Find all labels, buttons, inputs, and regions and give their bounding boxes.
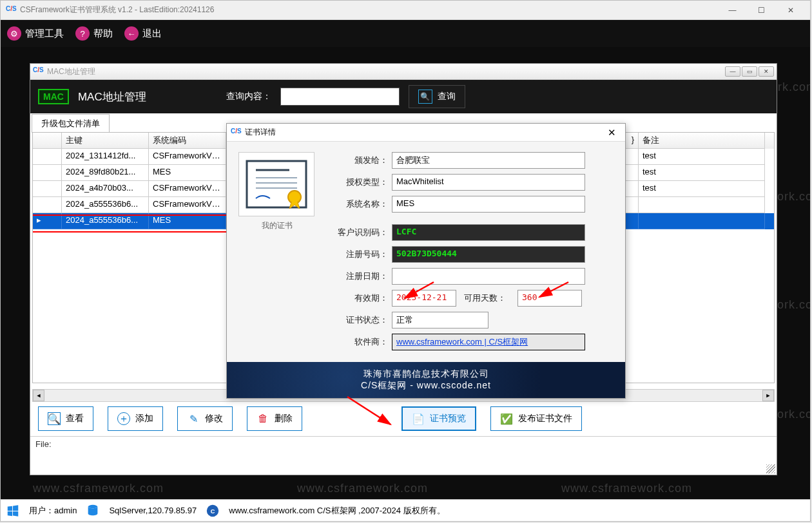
menu-exit[interactable]: ← 退出 — [124, 26, 162, 41]
col-header-key[interactable]: 主键 — [62, 133, 149, 149]
window-title: CSFramework证书管理系统 v1.2 - LastEdition:202… — [20, 5, 214, 15]
dialog-titlebar[interactable]: C/S 证书详情 ✕ — [227, 124, 625, 142]
child-toolbar: MAC MAC地址管理 查询内容： 🔍 查询 — [30, 80, 777, 113]
lbl-status: 证书状态： — [329, 314, 388, 326]
view-icon: 🔍 — [48, 412, 61, 425]
edit-button[interactable]: ✎ 修改 — [177, 406, 233, 431]
view-label: 查看 — [66, 413, 84, 424]
tools-icon: ⚙ — [7, 26, 21, 41]
add-button[interactable]: ＋ 添加 — [108, 406, 163, 431]
menubar: ⚙ 管理工具 ? 帮助 ← 退出 — [1, 20, 810, 47]
dialog-title: 证书详情 — [245, 127, 276, 138]
watermark: www.csframework.com — [33, 482, 164, 495]
field-vendor[interactable]: www.csframework.com | C/S框架网 — [392, 334, 585, 350]
close-button[interactable]: ✕ — [776, 1, 805, 20]
lbl-auth-type: 授权类型： — [329, 176, 388, 188]
windows-icon — [6, 504, 20, 518]
file-status: File: — [30, 436, 777, 452]
cert-detail-dialog: C/S 证书详情 ✕ 我的证书 — [226, 123, 626, 399]
scroll-left[interactable]: ◄ — [33, 390, 44, 401]
child-logo: C/S — [33, 66, 43, 77]
lbl-expire: 有效期： — [329, 292, 388, 304]
resize-grip[interactable] — [766, 464, 775, 473]
query-button-label: 查询 — [438, 91, 456, 102]
lbl-reg-date: 注册日期： — [329, 271, 388, 282]
help-icon: ? — [75, 26, 90, 41]
edit-label: 修改 — [205, 413, 223, 424]
cs-icon: C — [206, 504, 220, 518]
publish-button[interactable]: ✅ 发布证书文件 — [490, 406, 582, 431]
svg-text:C: C — [211, 508, 215, 514]
publish-label: 发布证书文件 — [518, 413, 572, 424]
field-sys-name: MES — [392, 196, 585, 213]
add-label: 添加 — [135, 413, 153, 424]
maximize-button[interactable]: ☐ — [747, 1, 776, 20]
svg-point-5 — [288, 191, 301, 204]
dialog-footer: 珠海市喜鹊信息技术有限公司 C/S框架网 - www.cscode.net — [227, 362, 625, 398]
child-minimize[interactable]: ― — [725, 66, 740, 77]
delete-label: 删除 — [275, 413, 293, 424]
mac-badge-icon: MAC — [38, 89, 69, 104]
footer-company: 珠海市喜鹊信息技术有限公司 — [363, 368, 489, 380]
status-user: 用户：admin — [29, 505, 77, 517]
menu-tools-label: 管理工具 — [25, 28, 64, 40]
field-reg-date — [392, 268, 585, 285]
child-header-title: MAC地址管理 — [78, 90, 146, 104]
watermark: www.csframework.com — [297, 482, 428, 495]
publish-icon: ✅ — [500, 412, 513, 425]
minimize-button[interactable]: ― — [718, 1, 747, 20]
col-header-sys[interactable]: 系统编码 — [149, 133, 226, 149]
edit-icon: ✎ — [187, 412, 200, 425]
field-reg-no: 502B73D50444 — [392, 246, 585, 263]
certificate-image — [238, 152, 314, 216]
trash-icon: 🗑 — [256, 412, 269, 425]
search-input[interactable] — [280, 88, 400, 106]
preview-icon: 📄 — [412, 412, 425, 425]
col-header-note[interactable]: 备注 — [639, 133, 765, 149]
scroll-right[interactable]: ► — [762, 390, 774, 401]
statusbar: 用户：admin SqlServer,120.79.85.97 C www.cs… — [1, 499, 810, 521]
app-logo: C/S — [6, 5, 16, 15]
field-cust-id: LCFC — [392, 224, 585, 241]
menu-exit-label: 退出 — [142, 28, 162, 40]
lbl-days-left: 可用天数： — [464, 292, 506, 304]
field-auth-type: MacWhitelist — [392, 174, 585, 191]
watermark: www.csframework.com — [561, 482, 692, 495]
field-expire: 2025-12-21 — [392, 290, 456, 307]
search-label: 查询内容： — [226, 91, 271, 102]
child-maximize[interactable]: ▭ — [742, 66, 757, 77]
lbl-sys-name: 系统名称： — [329, 198, 388, 210]
exit-icon: ← — [124, 26, 139, 41]
field-days-left: 360 — [517, 290, 582, 307]
lbl-cust-id: 客户识别码： — [329, 227, 388, 238]
query-button[interactable]: 🔍 查询 — [409, 85, 465, 108]
cert-preview-button[interactable]: 📄 证书预览 — [401, 406, 476, 431]
menu-help[interactable]: ? 帮助 — [75, 26, 113, 41]
plus-icon: ＋ — [117, 412, 130, 425]
dialog-close-button[interactable]: ✕ — [602, 127, 621, 138]
status-db: SqlServer,120.79.85.97 — [109, 506, 197, 515]
menu-tools[interactable]: ⚙ 管理工具 — [7, 26, 64, 41]
lbl-reg-no: 注册号码： — [329, 249, 388, 260]
database-icon — [86, 504, 100, 518]
view-button[interactable]: 🔍 查看 — [38, 406, 93, 431]
menu-help-label: 帮助 — [93, 28, 113, 40]
preview-label: 证书预览 — [430, 413, 466, 424]
delete-button[interactable]: 🗑 删除 — [247, 406, 302, 431]
field-issued-to: 合肥联宝 — [392, 152, 585, 169]
child-titlebar: C/S MAC地址管理 ― ▭ ✕ — [30, 64, 777, 80]
footer-site: C/S框架网 - www.cscode.net — [361, 380, 491, 392]
status-site: www.csframework.com C/S框架网 ,2007-2024 版权… — [229, 505, 445, 517]
child-title: MAC地址管理 — [47, 66, 95, 77]
lbl-vendor: 软件商： — [329, 336, 388, 348]
action-bar: 🔍 查看 ＋ 添加 ✎ 修改 🗑 删除 📄 证书预览 — [38, 406, 769, 431]
tab-upgrade-list[interactable]: 升级包文件清单 — [32, 114, 110, 133]
svg-point-9 — [88, 504, 98, 508]
outer-titlebar: C/S CSFramework证书管理系统 v1.2 - LastEdition… — [1, 1, 810, 20]
dialog-logo: C/S — [231, 128, 241, 138]
field-status: 正常 — [392, 312, 488, 328]
cert-caption: 我的证书 — [238, 220, 316, 231]
lbl-issued-to: 颁发给： — [329, 155, 388, 166]
child-close[interactable]: ✕ — [759, 66, 774, 77]
search-icon: 🔍 — [418, 90, 432, 104]
